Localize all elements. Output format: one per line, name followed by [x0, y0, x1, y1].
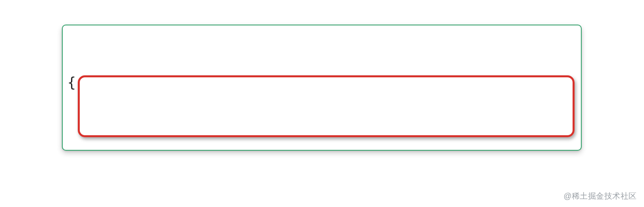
- watermark-text: @稀土掘金技术社区: [563, 191, 637, 201]
- code-card: { // `isInputPending` is not available. …: [62, 25, 582, 151]
- brace-open: {: [67, 75, 76, 90]
- code-block: { // `isInputPending` is not available. …: [67, 35, 581, 151]
- code-line-2: // `isInputPending` is not available. Si…: [67, 149, 581, 151]
- code-line-1: {: [67, 73, 581, 92]
